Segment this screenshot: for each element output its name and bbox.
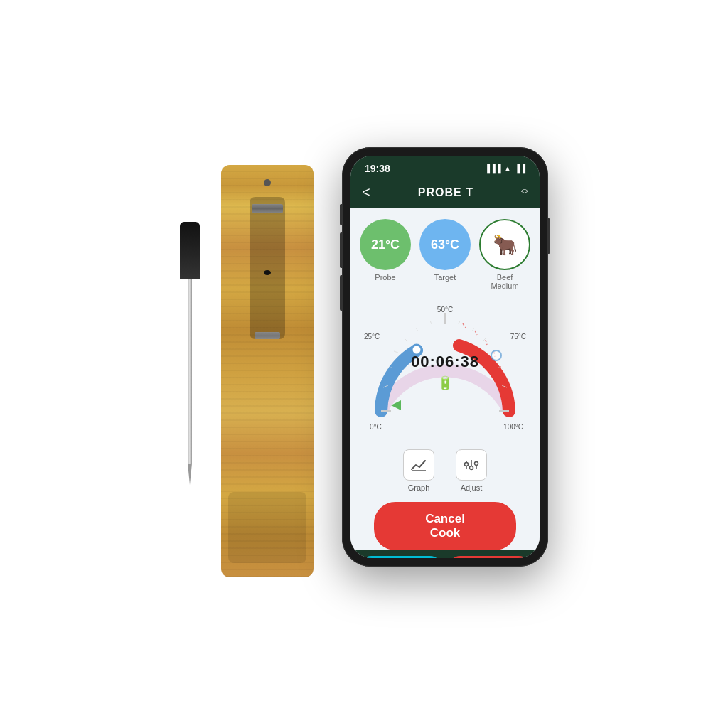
gauge-battery-icon: 🔋 xyxy=(437,375,453,391)
status-icons: ▐▐▐ ▲ ▐▐ xyxy=(484,164,525,173)
svg-point-27 xyxy=(465,463,469,466)
nav-title: PROBE T xyxy=(418,186,473,199)
probe-temp-label: Probe xyxy=(375,273,395,282)
graph-button[interactable]: Graph xyxy=(403,449,434,492)
app-content: 21°C Probe 63°C Target 🐂 xyxy=(350,208,540,550)
gauge-label-0: 0°C xyxy=(370,423,382,431)
setting-button[interactable]: ⚙️ Setting xyxy=(448,556,531,558)
wooden-dock xyxy=(221,165,314,577)
preset-card[interactable]: 🐂 BeefMedium xyxy=(479,219,530,290)
phone: 19:38 ▐▐▐ ▲ ▐▐ < PROBE T ⌔ xyxy=(342,147,548,567)
gauge-label-100: 100°C xyxy=(503,423,523,431)
battery-icon: ▐▐ xyxy=(514,164,525,173)
preset-icon: 🐂 xyxy=(493,233,518,257)
probe-handle xyxy=(180,222,200,279)
gauge-time: 00:06:38 xyxy=(411,353,479,371)
target-temp-value: 63°C xyxy=(431,237,459,252)
probe-temp-value: 21°C xyxy=(371,237,400,252)
gauge-label-25: 25°C xyxy=(364,333,380,341)
gauge-label-75: 75°C xyxy=(510,333,526,341)
phone-button-left-1 xyxy=(340,204,343,225)
scene: 19:38 ▐▐▐ ▲ ▐▐ < PROBE T ⌔ xyxy=(0,0,728,728)
cancel-cook-button[interactable]: Cancel Cook xyxy=(374,502,516,550)
signal-icon: ▐▐▐ xyxy=(484,164,500,173)
phone-button-right xyxy=(547,218,550,254)
probe-stem xyxy=(188,279,192,464)
graph-label: Graph xyxy=(408,483,430,492)
gauge-container: 0°C 100°C 25°C 50°C 75°C 00:06:38 🔋 xyxy=(360,297,530,439)
wifi-icon: ▲ xyxy=(504,164,512,173)
phone-button-left-2 xyxy=(340,232,343,268)
target-card: 63°C Target xyxy=(419,219,471,282)
dock-clip-bottom xyxy=(255,332,280,339)
back-button[interactable]: < xyxy=(362,184,370,200)
target-temp-label: Target xyxy=(434,273,456,282)
svg-point-29 xyxy=(470,466,473,470)
my-bbq-button[interactable]: ⏰ My BBQ xyxy=(359,556,442,558)
dock-hole xyxy=(264,270,271,275)
gauge-center: 00:06:38 🔋 xyxy=(411,353,479,391)
probe-physical xyxy=(180,222,200,520)
dock-clip-top xyxy=(252,204,283,213)
dock-bottom-section xyxy=(228,492,306,563)
action-row: Graph xyxy=(403,449,487,492)
nav-wifi-icon: ⌔ xyxy=(521,186,528,199)
target-temp-bubble: 63°C xyxy=(419,219,471,270)
preset-label: BeefMedium xyxy=(491,273,518,290)
probe-tip xyxy=(188,464,192,485)
graph-icon xyxy=(411,459,427,471)
left-side xyxy=(180,165,314,577)
phone-button-left-3 xyxy=(340,275,343,311)
dock-slot xyxy=(250,197,285,339)
phone-wrapper: 19:38 ▐▐▐ ▲ ▐▐ < PROBE T ⌔ xyxy=(342,147,548,567)
adjust-button[interactable]: Adjust xyxy=(456,449,487,492)
phone-screen: 19:38 ▐▐▐ ▲ ▐▐ < PROBE T ⌔ xyxy=(350,156,540,558)
probe-card: 21°C Probe xyxy=(360,219,411,282)
graph-icon-box xyxy=(403,449,434,481)
nav-bar: < PROBE T ⌔ xyxy=(350,178,540,208)
svg-point-31 xyxy=(475,462,478,466)
probe-temp-bubble: 21°C xyxy=(360,219,411,270)
adjust-icon-box xyxy=(456,449,487,481)
temp-cards: 21°C Probe 63°C Target 🐂 xyxy=(360,219,530,290)
gauge-label-50: 50°C xyxy=(437,306,453,314)
preset-bubble: 🐂 xyxy=(479,219,530,270)
bottom-nav: ⏰ My BBQ ⚙️ Setting xyxy=(350,550,540,558)
status-bar: 19:38 ▐▐▐ ▲ ▐▐ xyxy=(350,156,540,178)
adjust-icon xyxy=(464,459,479,471)
dock-dot xyxy=(264,179,271,186)
status-time: 19:38 xyxy=(365,163,390,174)
adjust-label: Adjust xyxy=(461,483,483,492)
